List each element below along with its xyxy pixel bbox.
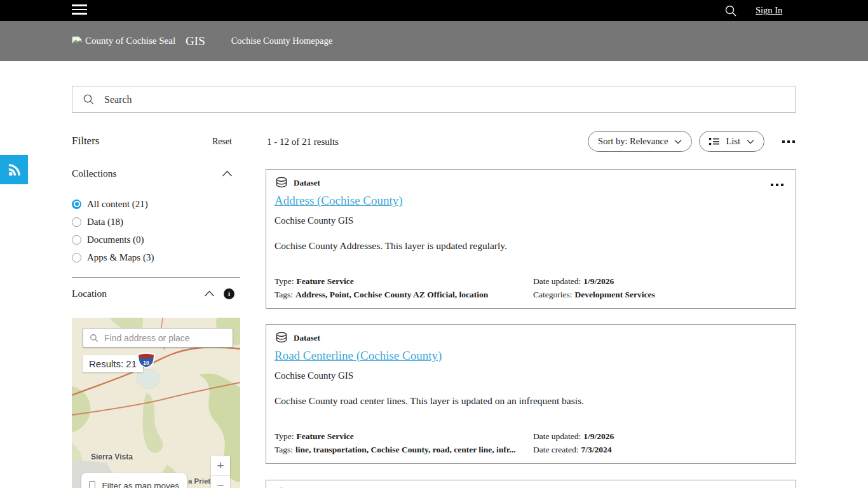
collection-option-apps-maps[interactable]: Apps & Maps (3) xyxy=(72,252,154,263)
dataset-description: Cochise County Addresses. This layer is … xyxy=(275,240,507,252)
site-title[interactable]: GIS xyxy=(186,34,205,48)
rss-feed-button[interactable] xyxy=(0,155,28,184)
zoom-out-button[interactable]: − xyxy=(211,475,230,488)
location-filter-map[interactable]: Results: 21 10 Sierra Vista a Prieta Fil… xyxy=(72,318,240,488)
broken-image-icon xyxy=(72,36,83,46)
radio-icon xyxy=(72,253,81,262)
list-icon xyxy=(709,137,719,146)
dataset-meta-right: Date updated:1/9/2026 Categories:Develop… xyxy=(533,275,655,301)
collection-option-all-content[interactable]: All content (21) xyxy=(72,198,148,210)
dataset-title-link[interactable]: Address (Cochise County) xyxy=(275,194,403,208)
result-card: Dataset Address (Cochise County) Cochise… xyxy=(266,169,796,309)
view-mode-dropdown[interactable]: List xyxy=(699,131,764,152)
result-card: Dataset xyxy=(266,480,796,488)
site-logo[interactable]: County of Cochise Seal xyxy=(72,36,175,46)
content-type-badge: Dataset xyxy=(294,178,320,188)
filters-title: Filters xyxy=(72,135,99,147)
find-address-input[interactable] xyxy=(104,333,226,343)
chevron-up-icon[interactable] xyxy=(204,290,215,297)
interstate-shield-icon: 10 xyxy=(137,351,156,369)
radio-icon xyxy=(72,217,81,227)
map-results-badge: Results: 21 xyxy=(83,355,143,372)
map-label-sierra-vista: Sierra Vista xyxy=(91,452,133,461)
collection-option-data[interactable]: Data (18) xyxy=(72,216,123,227)
radio-icon xyxy=(72,200,81,209)
nav-link-homepage[interactable]: Cochise County Homepage xyxy=(231,36,332,46)
chevron-down-icon xyxy=(674,139,682,144)
dataset-owner: Cochise County GIS xyxy=(275,370,353,381)
map-zoom-control: + − xyxy=(211,456,230,488)
collections-title: Collections xyxy=(72,168,117,179)
location-title: Location xyxy=(72,288,204,299)
logo-alt-text: County of Cochise Seal xyxy=(85,36,175,46)
chevron-up-icon[interactable] xyxy=(222,170,233,177)
svg-text:10: 10 xyxy=(143,360,149,366)
menu-icon[interactable] xyxy=(72,4,87,17)
content-type-badge: Dataset xyxy=(294,333,320,343)
reset-filters-button[interactable]: Reset xyxy=(212,137,232,147)
ellipsis-icon[interactable] xyxy=(771,184,783,186)
search-results: 1 - 12 of 21 results Sort by: Relevance … xyxy=(266,131,796,154)
rss-icon xyxy=(7,163,22,177)
site-header: County of Cochise Seal GIS Cochise Count… xyxy=(0,21,868,61)
results-summary: 1 - 12 of 21 results xyxy=(267,137,339,147)
radio-icon xyxy=(72,235,81,245)
ellipsis-icon[interactable] xyxy=(782,140,795,143)
search-icon xyxy=(83,93,95,105)
database-icon xyxy=(275,332,288,344)
dataset-meta-left: Type:Feature Service Tags:line, transpor… xyxy=(275,430,516,456)
database-icon xyxy=(275,177,288,189)
search-input[interactable] xyxy=(104,94,795,105)
sign-in-link[interactable]: Sign In xyxy=(756,5,782,16)
dataset-description: Cochise County road center lines. This l… xyxy=(275,395,584,407)
dataset-meta-right: Date updated:1/9/2026 Date created:7/3/2… xyxy=(533,430,614,456)
collections-section-header[interactable]: Collections xyxy=(72,168,240,179)
collection-option-documents[interactable]: Documents (0) xyxy=(72,234,144,245)
dataset-title-link[interactable]: Road Centerline (Cochise County) xyxy=(275,349,442,363)
map-geocoder xyxy=(83,328,233,348)
dataset-meta-left: Type:Feature Service Tags:Address, Point… xyxy=(275,275,488,301)
info-icon[interactable]: i xyxy=(224,288,234,299)
search-icon xyxy=(90,334,98,342)
dataset-owner: Cochise County GIS xyxy=(275,215,353,226)
sort-by-dropdown[interactable]: Sort by: Relevance xyxy=(588,131,692,152)
sidebar-divider xyxy=(72,277,240,278)
search-icon[interactable] xyxy=(724,4,737,17)
top-bar: Sign In xyxy=(0,0,868,21)
zoom-in-button[interactable]: + xyxy=(211,456,230,475)
filter-as-map-moves-toggle[interactable]: Filter as map moves xyxy=(81,473,187,488)
filters-sidebar: Filters Reset Collections All content (2… xyxy=(72,131,240,318)
checkbox-icon[interactable] xyxy=(89,481,95,488)
location-section-header[interactable]: Location i xyxy=(72,288,240,299)
main-search-bar xyxy=(72,86,796,113)
chevron-down-icon xyxy=(747,139,754,144)
result-card: Dataset Road Centerline (Cochise County)… xyxy=(266,324,796,464)
